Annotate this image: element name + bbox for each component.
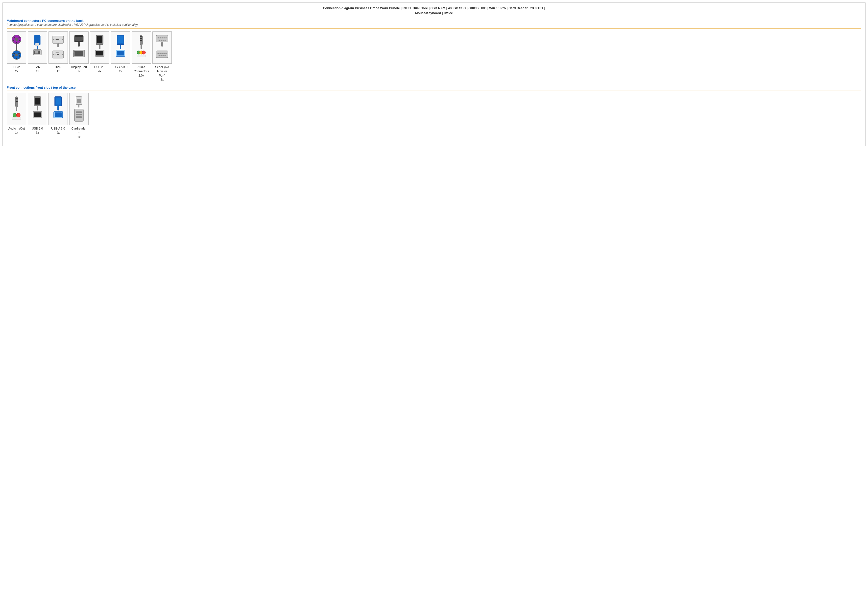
svg-rect-42 — [57, 40, 59, 41]
svg-point-5 — [19, 40, 20, 41]
connector-audio: AudioConnectors2.0x — [132, 31, 151, 82]
svg-point-9 — [15, 53, 18, 56]
svg-point-94 — [158, 53, 159, 54]
connector-lan-label: LAN1x — [34, 65, 40, 73]
svg-rect-124 — [77, 99, 78, 103]
svg-rect-15 — [16, 49, 17, 51]
connector-ps2-image — [7, 31, 26, 64]
svg-point-90 — [163, 40, 164, 41]
svg-rect-50 — [57, 53, 58, 53]
svg-rect-62 — [74, 51, 84, 56]
svg-rect-125 — [78, 99, 79, 103]
svg-rect-55 — [60, 54, 60, 55]
svg-rect-40 — [60, 39, 60, 40]
usb2-icon — [92, 34, 108, 61]
dvi-icon — [50, 34, 66, 61]
svg-rect-35 — [60, 38, 60, 38]
svg-rect-44 — [57, 44, 59, 47]
svg-point-14 — [16, 58, 17, 59]
connector-ps2: PS/22x — [7, 31, 26, 82]
page-wrapper: Connection diagram Business Office Work … — [3, 3, 865, 146]
connector-usb3: USB-A 3.02x — [111, 31, 130, 82]
connector-usb2-front: USB 2.03x — [28, 93, 47, 139]
svg-rect-53 — [55, 54, 56, 55]
svg-point-13 — [19, 56, 20, 57]
svg-rect-54 — [57, 54, 59, 55]
svg-rect-19 — [37, 44, 37, 45]
svg-rect-127 — [80, 99, 81, 103]
svg-rect-131 — [76, 114, 82, 115]
svg-rect-52 — [60, 53, 60, 53]
connector-serial-label: Seriell (NoMonitorPort)2x — [155, 65, 169, 82]
connector-dvi-image — [48, 31, 68, 64]
svg-rect-93 — [156, 51, 168, 58]
svg-point-4 — [13, 40, 14, 41]
svg-point-97 — [164, 53, 165, 54]
svg-rect-65 — [99, 45, 101, 49]
svg-rect-107 — [16, 107, 17, 111]
svg-rect-117 — [56, 98, 60, 104]
front-heading: Front connections front side / top of th… — [7, 86, 861, 89]
connector-dvi-label: DVI-I1x — [55, 65, 61, 73]
usb2-front-icon — [29, 95, 45, 123]
ps2-icon — [9, 34, 25, 61]
connector-usb3-image — [111, 31, 130, 64]
connector-usb2: USB 2.04x — [90, 31, 110, 82]
connector-audio-front: Audio In/Out1x — [7, 93, 26, 139]
cardreader-icon — [71, 95, 87, 123]
svg-rect-33 — [57, 38, 58, 38]
svg-rect-112 — [35, 98, 40, 104]
front-connectors-grid: Audio In/Out1x USB 2.03x — [7, 93, 861, 139]
svg-point-88 — [159, 40, 160, 41]
svg-rect-118 — [57, 106, 59, 110]
svg-rect-76 — [140, 40, 142, 40]
audio-front-icon — [9, 95, 25, 123]
svg-rect-27 — [39, 51, 39, 53]
svg-rect-128 — [78, 104, 79, 107]
page-title: Connection diagram Business Office Work … — [7, 6, 861, 16]
svg-rect-120 — [55, 112, 62, 117]
connector-audio-image — [132, 31, 151, 64]
connector-usb3-front: USB-A 3.02x — [48, 93, 68, 139]
svg-rect-75 — [140, 38, 142, 39]
svg-rect-67 — [96, 51, 103, 56]
serial-icon — [154, 34, 170, 61]
svg-rect-38 — [57, 39, 58, 40]
svg-rect-113 — [37, 106, 38, 110]
svg-point-100 — [161, 55, 162, 56]
connector-serial-image — [152, 31, 172, 64]
svg-point-101 — [163, 55, 164, 56]
svg-rect-77 — [141, 45, 142, 49]
svg-point-89 — [161, 40, 162, 41]
svg-rect-31 — [55, 38, 56, 38]
connector-usb3-label: USB-A 3.02x — [113, 65, 127, 73]
svg-rect-20 — [38, 44, 38, 45]
svg-rect-59 — [78, 42, 80, 47]
mainboard-divider — [7, 28, 861, 29]
svg-point-86 — [164, 37, 165, 39]
mainboard-connectors-grid: PS/22x — [7, 31, 861, 82]
svg-point-11 — [19, 53, 20, 54]
connector-audio-front-image — [7, 93, 26, 125]
svg-rect-115 — [34, 112, 41, 117]
svg-rect-26 — [37, 51, 38, 53]
lan-icon — [29, 34, 45, 61]
svg-rect-25 — [36, 51, 37, 53]
connector-dvi: DVI-I1x — [48, 31, 68, 82]
svg-point-102 — [164, 55, 166, 56]
svg-rect-51 — [58, 53, 59, 53]
svg-point-1 — [15, 38, 18, 41]
connector-displayport-image — [69, 31, 88, 64]
svg-point-29 — [53, 39, 54, 40]
audio-icon — [133, 34, 149, 61]
svg-rect-106 — [16, 101, 17, 102]
svg-point-98 — [166, 53, 167, 54]
svg-point-99 — [159, 55, 160, 56]
connector-cardreader-label: Cardreader*1x — [71, 127, 87, 139]
connector-usb3-front-image — [48, 93, 68, 125]
connector-displayport: Display Port1x — [69, 31, 89, 82]
connector-ps2-label: PS/22x — [13, 65, 20, 73]
svg-point-95 — [160, 53, 161, 54]
svg-rect-69 — [118, 36, 123, 43]
svg-rect-64 — [97, 36, 102, 43]
